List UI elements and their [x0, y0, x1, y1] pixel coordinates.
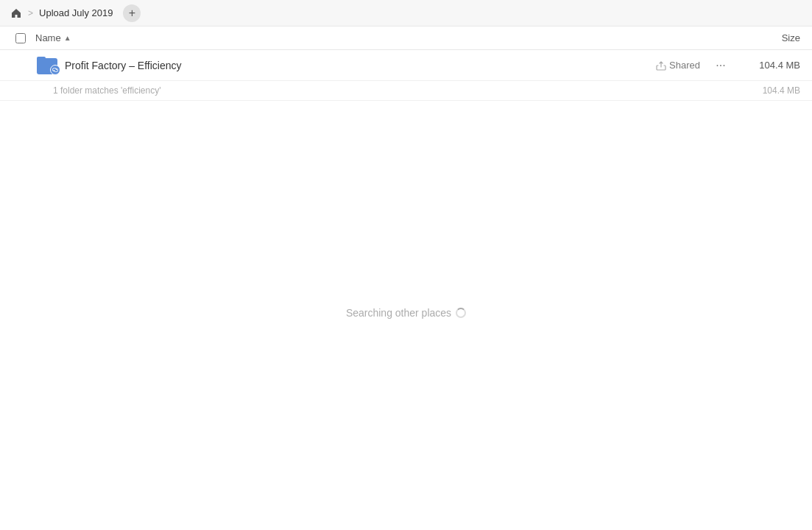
name-column-header[interactable]: Name ▲	[35, 32, 727, 43]
home-button[interactable]	[6, 3, 27, 24]
breadcrumb-title: Upload July 2019	[35, 6, 117, 20]
match-count-text: 1 folder matches 'efficiency'	[53, 85, 160, 96]
table-row[interactable]: Profit Factory – Efficiency Shared ··· 1…	[0, 50, 812, 81]
loading-spinner	[456, 308, 466, 318]
column-header-row: Name ▲ Size	[0, 26, 812, 50]
size-column-header: Size	[727, 32, 800, 43]
select-all-checkbox[interactable]	[12, 29, 29, 47]
link-badge-icon	[50, 65, 60, 75]
file-name: Profit Factory – Efficiency	[65, 60, 656, 71]
more-options-button[interactable]: ···	[712, 57, 730, 74]
new-tab-button[interactable]: +	[123, 4, 141, 22]
sort-icon: ▲	[64, 34, 71, 42]
file-size: 104.4 MB	[741, 60, 800, 71]
shared-text: Shared	[669, 60, 700, 71]
file-list: Profit Factory – Efficiency Shared ··· 1…	[0, 50, 812, 101]
match-size: 104.4 MB	[763, 85, 800, 96]
header-bar: > Upload July 2019 +	[0, 0, 812, 26]
shared-label: Shared	[656, 60, 700, 71]
searching-label: Searching other places	[346, 307, 451, 319]
file-icon-wrap	[35, 54, 59, 77]
match-count-row: 1 folder matches 'efficiency' 104.4 MB	[0, 81, 812, 101]
searching-status: Searching other places	[346, 307, 466, 319]
checkbox-all[interactable]	[15, 33, 26, 43]
row-checkbox-wrap	[12, 57, 29, 74]
breadcrumb-separator: >	[28, 8, 33, 18]
searching-section: Searching other places	[0, 101, 812, 319]
folder-link-icon	[37, 57, 57, 74]
